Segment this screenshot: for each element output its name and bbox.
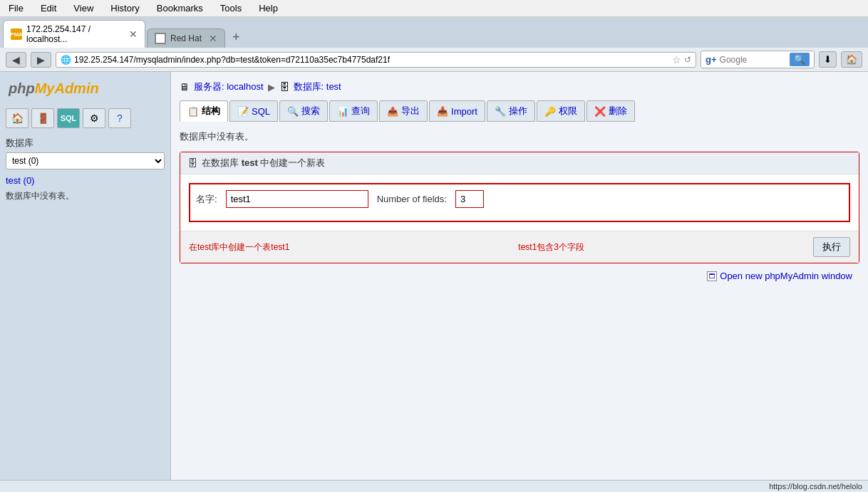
- main-area: phpMyAdmin 🏠 🚪 SQL ⚙ ? 数据库 test (0) test…: [0, 72, 868, 480]
- pma-sql-icon[interactable]: SQL: [57, 108, 80, 128]
- tab-redhat-close[interactable]: ✕: [209, 33, 217, 44]
- db-link[interactable]: test (0): [6, 175, 165, 186]
- back-button[interactable]: ◀: [6, 52, 26, 68]
- tab-search-label: 搜索: [301, 105, 320, 117]
- open-new-window-label: Open new phpMyAdmin window: [720, 271, 852, 281]
- content-area: 🖥 服务器: localhost ▶ 🗄 数据库: test 📋 结构 📝 SQ…: [171, 72, 868, 480]
- breadcrumb-arrow: ▶: [268, 82, 275, 93]
- create-table-icon: 🗄: [187, 157, 197, 169]
- pma-help-icon[interactable]: ?: [108, 108, 131, 128]
- search-button[interactable]: 🔍: [790, 53, 810, 66]
- bookmark-star-icon[interactable]: ☆: [672, 54, 681, 66]
- create-table-box: 🗄 在数据库 test 中创建一个新表 名字: Number of fields…: [180, 152, 859, 263]
- db-icon: 🗄: [279, 81, 289, 93]
- search-box[interactable]: g+ 🔍: [701, 51, 815, 68]
- open-new-window-section: 🗔 Open new phpMyAdmin window: [180, 263, 859, 288]
- create-form: 名字: Number of fields:: [189, 183, 850, 222]
- tab-privileges[interactable]: 🔑 权限: [537, 100, 585, 122]
- search-icon: 🔍: [287, 106, 299, 117]
- drop-icon: ❌: [594, 106, 606, 117]
- fields-input[interactable]: [455, 190, 484, 208]
- menu-tools[interactable]: Tools: [217, 1, 244, 15]
- forward-button[interactable]: ▶: [31, 52, 51, 68]
- footer-hints: 在test库中创建一个表test1: [189, 241, 289, 253]
- menu-history[interactable]: History: [108, 1, 142, 15]
- create-table-title: 在数据库 test 中创建一个新表: [202, 157, 325, 169]
- no-tables-notice: 数据库中没有表。: [180, 130, 859, 143]
- logo-myadmin: MyAdmin: [35, 80, 99, 96]
- open-new-window-link[interactable]: 🗔 Open new phpMyAdmin window: [187, 271, 852, 281]
- sidebar: phpMyAdmin 🏠 🚪 SQL ⚙ ? 数据库 test (0) test…: [0, 72, 171, 480]
- server-icon: 🖥: [180, 81, 190, 93]
- pma-favicon: PMA: [11, 28, 22, 40]
- execute-button[interactable]: 执行: [813, 237, 850, 257]
- pma-home-icon[interactable]: 🏠: [6, 108, 29, 128]
- tab-drop[interactable]: ❌ 删除: [587, 100, 635, 122]
- create-table-content: 名字: Number of fields:: [180, 174, 859, 231]
- tab-privileges-label: 权限: [559, 105, 577, 117]
- menu-bar: File Edit View History Bookmarks Tools H…: [0, 0, 868, 17]
- breadcrumb-server-link[interactable]: 服务器: localhost: [194, 80, 264, 93]
- notice-text: 数据库中没有表。: [180, 131, 254, 142]
- url-box[interactable]: 🌐 192.25.254.147/mysqladmin/index.php?db…: [56, 52, 696, 68]
- browser-window: File Edit View History Bookmarks Tools H…: [0, 0, 868, 492]
- tab-structure[interactable]: 📋 结构: [180, 100, 228, 122]
- google-g-icon: g+: [706, 54, 717, 65]
- structure-icon: 📋: [187, 106, 199, 117]
- hint1: 在test库中创建一个表test1: [189, 242, 289, 252]
- status-bar: https://blog.csdn.net/helolo: [0, 480, 868, 492]
- tab-sql[interactable]: 📝 SQL: [229, 100, 278, 122]
- status-url: https://blog.csdn.net/helolo: [769, 482, 862, 491]
- tab-drop-label: 删除: [609, 105, 627, 117]
- sql-icon: 📝: [237, 106, 249, 117]
- tab-pma[interactable]: PMA 172.25.254.147 / localhost... ✕: [3, 20, 145, 48]
- tab-query[interactable]: 📊 查询: [329, 100, 378, 122]
- tab-pma-close[interactable]: ✕: [129, 28, 138, 40]
- query-icon: 📊: [337, 106, 348, 117]
- tab-redhat[interactable]: □ Red Hat ✕: [147, 28, 225, 48]
- operations-icon: 🔧: [495, 106, 506, 117]
- table-name-input[interactable]: [226, 190, 368, 208]
- sidebar-note: 数据库中没有表。: [6, 190, 165, 202]
- open-window-icon: 🗔: [707, 271, 717, 281]
- create-table-header: 🗄 在数据库 test 中创建一个新表: [180, 152, 859, 174]
- menu-edit[interactable]: Edit: [38, 1, 59, 15]
- tab-bar: PMA 172.25.254.147 / localhost... ✕ □ Re…: [0, 17, 868, 48]
- breadcrumb-db-link[interactable]: 数据库: test: [294, 80, 341, 93]
- hint2: test1包含3个字段: [518, 242, 584, 252]
- logo-php: php: [9, 80, 35, 96]
- tab-operations-label: 操作: [509, 105, 527, 117]
- tab-operations[interactable]: 🔧 操作: [487, 100, 535, 122]
- menu-file[interactable]: File: [6, 1, 26, 15]
- db-select[interactable]: test (0): [6, 152, 165, 169]
- tab-pma-label: 172.25.254.147 / localhost...: [26, 24, 122, 44]
- import-icon: 📥: [437, 106, 448, 117]
- content-tabs: 📋 结构 📝 SQL 🔍 搜索 📊 查询 📤 导出: [180, 100, 859, 122]
- pma-exit-icon[interactable]: 🚪: [31, 108, 54, 128]
- tab-redhat-label: Red Hat: [170, 33, 202, 43]
- tab-export[interactable]: 📤 导出: [379, 100, 428, 122]
- export-icon: 📤: [387, 106, 398, 117]
- menu-help[interactable]: Help: [256, 1, 281, 15]
- download-button[interactable]: ⬇: [819, 51, 837, 68]
- db-link-label: test (0): [6, 175, 34, 186]
- pma-icon-bar: 🏠 🚪 SQL ⚙ ?: [6, 108, 165, 128]
- refresh-icon[interactable]: ↺: [684, 55, 691, 65]
- tab-search[interactable]: 🔍 搜索: [279, 100, 328, 122]
- db-section-label: 数据库: [6, 137, 165, 150]
- tab-export-label: 导出: [401, 105, 420, 117]
- menu-bookmarks[interactable]: Bookmarks: [154, 1, 206, 15]
- pma-settings-icon[interactable]: ⚙: [83, 108, 105, 128]
- privileges-icon: 🔑: [544, 106, 556, 117]
- new-tab-button[interactable]: +: [227, 27, 246, 48]
- url-display: 192.25.254.147/mysqladmin/index.php?db=t…: [74, 55, 669, 65]
- breadcrumb: 🖥 服务器: localhost ▶ 🗄 数据库: test: [180, 80, 859, 93]
- search-input[interactable]: [720, 55, 787, 65]
- redhat-favicon: □: [155, 33, 166, 44]
- tab-sql-label: SQL: [252, 106, 270, 117]
- tab-import[interactable]: 📥 Import: [429, 100, 485, 122]
- menu-view[interactable]: View: [71, 1, 96, 15]
- pma-logo: phpMyAdmin: [6, 78, 165, 100]
- tab-query-label: 查询: [351, 105, 370, 117]
- home-button[interactable]: 🏠: [841, 51, 862, 68]
